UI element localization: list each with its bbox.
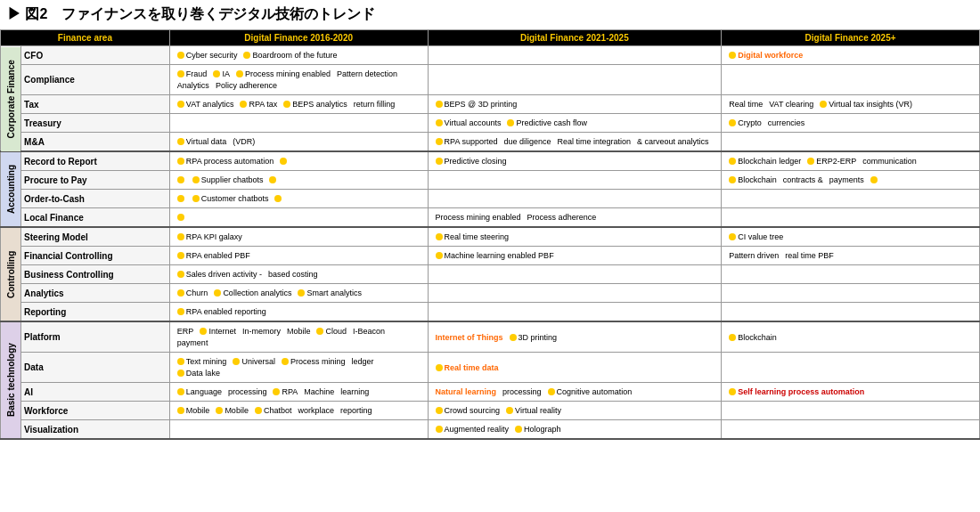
period3-cell: Pattern drivenreal time PBF [722, 247, 980, 265]
row-label: Financial Controlling [21, 247, 170, 265]
header-finance-area: Finance area [1, 30, 170, 46]
table-row: Procure to PaySupplier chatbotsBlockchai… [1, 171, 980, 190]
header-period1: Digital Finance 2016-2020 [169, 30, 428, 46]
list-item: (VDR) [233, 137, 255, 146]
list-item: CI value tree [729, 232, 783, 241]
table-row: VisualizationAugmented realityHolograph [1, 420, 980, 440]
period2-cell: Machine learning enabled PBF [428, 247, 722, 265]
bullet-dot [436, 252, 443, 259]
row-label: AI [21, 383, 170, 402]
bullet-dot [192, 195, 200, 202]
list-item: Mobile [177, 406, 210, 415]
list-item: Customer chatbots [192, 194, 269, 203]
bullet-dot [255, 407, 262, 414]
main-table: Finance area Digital Finance 2016-2020 D… [0, 29, 980, 440]
bullet-dot [729, 334, 736, 341]
period2-cell: Internet of Things3D printing [428, 321, 722, 353]
bullet-dot [436, 426, 443, 433]
period1-cell: Text miningUniversalProcess miningledger… [169, 353, 428, 383]
period3-cell: Real timeVAT clearingVirtual tax insight… [722, 95, 980, 114]
list-item: Churn [177, 289, 208, 297]
period1-cell: FraudIAProcess mining enabledPattern det… [169, 65, 428, 95]
list-item: Process mining enabled [236, 69, 331, 78]
bullet-dot [177, 308, 184, 315]
period1-cell: ERPInternetIn-memoryMobileCloudI-Beaconp… [169, 321, 428, 353]
period1-cell: Virtual data(VDR) [169, 133, 428, 152]
list-item: ERP2-ERP [807, 157, 856, 166]
list-item: currencies [768, 118, 805, 127]
list-item [177, 195, 186, 202]
bullet-dot [283, 101, 290, 108]
period3-cell [722, 208, 980, 228]
list-item [177, 214, 186, 221]
list-item: & carveout analytics [637, 137, 709, 146]
bullet-dot [506, 407, 513, 414]
row-label: Tax [21, 95, 170, 114]
table-row: M&AVirtual data(VDR)RPA supporteddue dil… [1, 133, 980, 152]
list-item: RPA [273, 387, 298, 396]
list-item [274, 195, 283, 202]
period2-cell: Augmented realityHolograph [428, 420, 722, 440]
period2-cell: BEPS @ 3D printing [428, 95, 722, 114]
table-row: Business ControllingSales driven activit… [1, 265, 980, 284]
bullet-dot [177, 252, 184, 259]
bullet-dot [177, 407, 184, 414]
bullet-dot [177, 101, 184, 108]
list-item: Smart analytics [298, 289, 362, 297]
list-item: Language [177, 387, 222, 396]
period2-cell: Process mining enabledProcess adherence [428, 208, 722, 228]
row-label: Record to Report [21, 151, 170, 171]
list-item: BEPS analytics [283, 100, 347, 109]
period1-cell: MobileMobileChatbotworkplacereporting [169, 402, 428, 420]
list-item: Data lake [177, 369, 220, 378]
list-item: ERP [177, 327, 194, 336]
list-item: processing [502, 387, 542, 396]
period1-cell: RPA process automation [169, 151, 428, 171]
list-item: workplace [298, 406, 334, 415]
list-item [870, 176, 879, 183]
bullet-dot [177, 52, 184, 59]
list-item: RPA enabled PBF [177, 251, 250, 260]
list-item: Mobile [287, 327, 311, 336]
bullet-dot [177, 195, 184, 202]
list-item: Text mining [177, 357, 227, 366]
list-item: Fraud [177, 69, 208, 78]
period3-cell [722, 284, 980, 303]
period3-cell: Blockchaincontracts &payments [722, 171, 980, 190]
period2-cell: Natural learningprocessingCognitive auto… [428, 383, 722, 402]
list-item [280, 158, 289, 165]
bullet-dot [177, 271, 184, 278]
list-item: Sales driven activity - [177, 270, 262, 279]
list-item: Collection analytics [214, 289, 291, 297]
period3-cell [722, 303, 980, 322]
list-item [269, 176, 278, 183]
bullet-dot [214, 289, 221, 297]
period2-cell [428, 171, 722, 190]
bullet-dot [269, 176, 276, 183]
bullet-dot [807, 158, 814, 165]
bullet-dot [177, 158, 184, 165]
table-row: Basic technologyPlatformERPInternetIn-me… [1, 321, 980, 353]
row-label: Treasury [21, 114, 170, 133]
list-item: Machine learning enabled PBF [436, 251, 554, 260]
period3-cell [722, 190, 980, 208]
period3-cell [722, 402, 980, 420]
list-item: Analytics [177, 81, 209, 90]
period2-cell: Real time steering [428, 227, 722, 247]
period1-cell: Sales driven activity -based costing [169, 265, 428, 284]
list-item: Holograph [515, 425, 561, 434]
period1-cell: RPA KPI galaxy [169, 227, 428, 247]
row-label: Compliance [21, 65, 170, 95]
list-item: Real time data [436, 363, 499, 372]
list-item: RPA tax [240, 100, 277, 109]
list-item: due diligence [503, 137, 551, 146]
row-label: Workforce [21, 402, 170, 420]
list-item: Augmented reality [436, 425, 510, 434]
bullet-dot [177, 233, 184, 240]
period1-cell: RPA enabled reporting [169, 303, 428, 322]
bullet-dot [243, 52, 250, 59]
bullet-dot [200, 328, 207, 335]
bullet-dot [436, 364, 443, 371]
bullet-dot [177, 388, 184, 395]
period1-cell: Supplier chatbots [169, 171, 428, 190]
